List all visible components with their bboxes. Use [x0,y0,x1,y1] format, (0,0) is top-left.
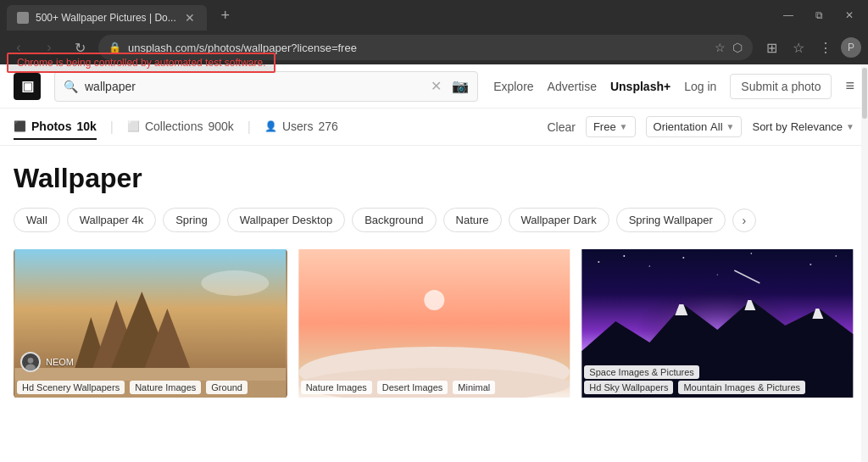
svg-point-10 [25,365,36,371]
sort-label: Sort by [752,120,787,133]
minimize-button[interactable]: — [776,3,800,27]
users-icon: 👤 [264,120,277,132]
restore-button[interactable]: ⧉ [807,3,831,27]
sort-arrow-icon: ▼ [846,122,854,131]
photo-tag-1-1[interactable]: Nature Images [130,381,201,394]
photo-card-2[interactable]: Nature Images Desert Images Minimal [298,249,571,398]
nav-unsplash-plus[interactable]: Unsplash+ [610,80,670,93]
tag-nature[interactable]: Nature [443,208,502,232]
svg-point-23 [836,255,837,257]
svg-point-1 [201,270,269,296]
tab-photos-label: Photos [31,120,71,133]
tag-wallpaper-desktop[interactable]: Wallpaper Desktop [227,208,345,232]
automation-banner: Chrome is being controlled by automated … [7,53,275,73]
tab-close-btn[interactable]: ✕ [183,11,197,25]
svg-point-12 [424,290,444,310]
nav-explore[interactable]: Explore [493,80,533,93]
tab-collections-count: 900k [208,120,233,133]
logo-icon: ▣ [21,78,34,94]
free-label: Free [593,120,616,133]
close-button[interactable]: ✕ [837,3,861,27]
extensions-icon[interactable]: ⊞ [760,36,783,59]
new-tab-button[interactable]: + [214,3,237,27]
tag-spring-wallpaper[interactable]: Spring Wallpaper [616,208,726,232]
scrollbar-thumb[interactable] [862,68,867,119]
photo-tag-3-2[interactable]: Space Images & Pictures [584,365,699,379]
tab-users-count: 276 [319,120,338,133]
photo-svg-1 [14,249,287,398]
tab-title: 500+ Wallpaper Pictures | Do... [36,12,176,24]
active-tab[interactable]: 500+ Wallpaper Pictures | Do... ✕ [7,5,207,31]
photo-svg-2 [298,249,571,398]
scrollbar[interactable] [861,64,868,462]
tab-favicon [17,12,29,24]
orientation-arrow-icon: ▼ [726,122,735,131]
tab-users[interactable]: 👤 Users 276 [264,114,338,140]
hamburger-menu-icon[interactable]: ≡ [845,77,854,95]
tag-wall[interactable]: Wall [14,208,60,232]
photo-image-1 [14,249,287,398]
search-clear-button[interactable]: ✕ [431,78,442,94]
login-button[interactable]: Log in [684,80,716,93]
tab-photos[interactable]: ⬛ Photos 10k [14,114,97,140]
bookmark-icon[interactable]: ☆ [715,41,726,54]
camera-search-icon[interactable]: 📷 [452,78,469,94]
collections-icon: ⬜ [127,120,140,132]
photo-grid: NEOM Hd Scenery Wallpapers Nature Images… [14,249,854,398]
photo-tag-1-2[interactable]: Ground [206,381,248,394]
clear-filters-button[interactable]: Clear [547,120,575,134]
tab-photos-count: 10k [76,120,96,133]
tag-wallpaper4k[interactable]: Wallpaper 4k [67,208,156,232]
lock-icon: 🔒 [108,42,121,53]
svg-point-9 [28,358,34,364]
search-icon: 🔍 [64,80,78,93]
author-name-1: NEOM [46,357,74,367]
sort-button[interactable]: Sort by Relevance ▼ [752,120,854,133]
svg-point-24 [717,274,718,275]
profile-avatar[interactable]: P [841,37,861,58]
photo-card-1[interactable]: NEOM Hd Scenery Wallpapers Nature Images… [14,249,287,398]
tag-pills-row: Wall Wallpaper 4k Spring Wallpaper Deskt… [14,208,854,232]
cast-icon[interactable]: ⬡ [732,41,743,54]
search-input[interactable]: wallpaper [85,80,424,93]
tag-wallpaper-dark[interactable]: Wallpaper Dark [509,208,609,232]
tab-collections-label: Collections [145,120,203,133]
tab-users-label: Users [282,120,314,133]
svg-point-20 [683,257,685,259]
photo-tag-2-0[interactable]: Nature Images [301,381,372,394]
filter-right-controls: Clear Free ▼ Orientation All ▼ Sort by R… [547,116,854,137]
nav-advertise[interactable]: Advertise [548,80,597,93]
orientation-value: All [710,120,722,133]
nav-links: Explore Advertise Unsplash+ Log in Submi… [493,74,854,99]
tag-background[interactable]: Background [352,208,436,232]
menu-icon[interactable]: ⋮ [814,36,837,59]
filter-separator-2: | [248,120,251,135]
tag-spring[interactable]: Spring [163,208,220,232]
free-filter-button[interactable]: Free ▼ [586,116,636,137]
photo-card-3[interactable]: Hd Sky Wallpapers Mountain Images & Pict… [581,249,854,398]
tags-next-button[interactable]: › [732,209,756,232]
photo-image-2 [298,249,571,398]
filter-row: ⬛ Photos 10k | ⬜ Collections 900k | 👤 Us… [0,109,868,146]
tab-collections[interactable]: ⬜ Collections 900k [127,114,234,140]
svg-point-22 [810,264,812,265]
photo-tag-3-1[interactable]: Mountain Images & Pictures [678,381,805,394]
filter-separator-1: | [110,120,114,135]
photo-tag-2-1[interactable]: Desert Images [377,381,448,394]
photo-tag-2-2[interactable]: Minimal [453,381,495,394]
sort-value: Relevance [791,120,843,133]
photo-tag-1-0[interactable]: Hd Scenery Wallpapers [17,381,125,394]
orientation-label: Orientation [654,120,708,133]
window-controls: — ⧉ ✕ [776,3,861,27]
tab-bar: 500+ Wallpaper Pictures | Do... ✕ + — ⧉ … [0,0,868,31]
submit-photo-button[interactable]: Submit a photo [730,74,832,99]
photo-tag-3-0[interactable]: Hd Sky Wallpapers [584,381,673,394]
search-bar[interactable]: 🔍 wallpaper ✕ 📷 [54,71,478,102]
toolbar-icons: ⊞ ☆ ⋮ P [760,36,861,59]
page-content: ▣ 🔍 wallpaper ✕ 📷 Explore Advertise Unsp… [0,64,868,462]
orientation-filter-button[interactable]: Orientation All ▼ [646,116,743,137]
unsplash-logo[interactable]: ▣ [14,73,41,100]
svg-point-18 [624,255,626,257]
star-icon[interactable]: ☆ [787,36,810,59]
free-arrow-icon: ▼ [620,122,628,131]
